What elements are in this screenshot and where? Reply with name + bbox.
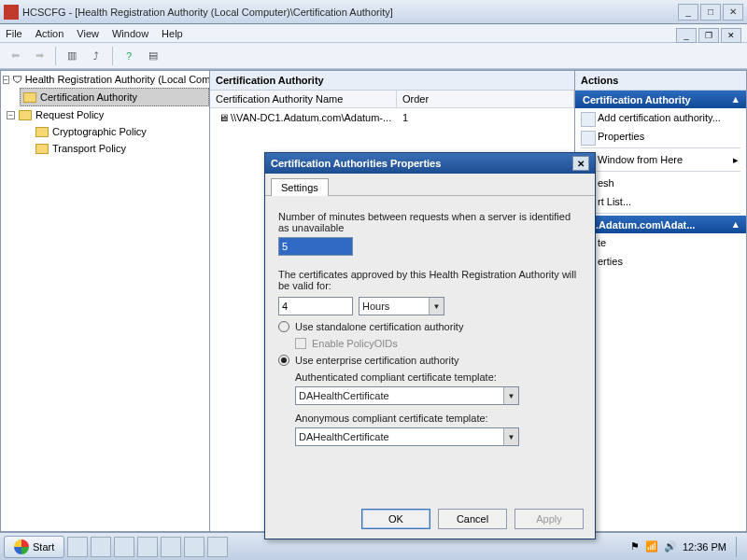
tray-network-icon[interactable]: 📶: [645, 540, 658, 553]
actions-section-ca: Certification Authority▴: [575, 91, 746, 108]
valid-for-label: The certificates approved by this Health…: [278, 269, 582, 291]
anon-template-select[interactable]: DAHealthCertificate ▼: [295, 427, 519, 446]
ca-server-icon: 🖥: [216, 110, 231, 125]
tray-volume-icon[interactable]: 🔊: [664, 540, 677, 553]
dialog-close-button[interactable]: ✕: [572, 156, 589, 171]
clock[interactable]: 12:36 PM: [683, 541, 726, 553]
list-heading: Certification Authority: [210, 71, 574, 91]
folder-icon: [35, 144, 49, 154]
apply-button[interactable]: Apply: [514, 509, 584, 529]
actions-pane: Actions Certification Authority▴ Add cer…: [574, 70, 747, 532]
taskbar-app-4[interactable]: [137, 537, 158, 557]
ok-button[interactable]: OK: [361, 509, 430, 529]
section-collapse-icon[interactable]: ▴: [733, 218, 739, 231]
tab-settings[interactable]: Settings: [271, 178, 329, 196]
action-add-ca[interactable]: Add certification authority...: [575, 108, 746, 127]
menu-view[interactable]: View: [77, 28, 99, 39]
tree-transport-policy[interactable]: Transport Policy: [52, 143, 126, 154]
taskbar-app-2[interactable]: [91, 537, 111, 557]
actions-heading: Actions: [575, 71, 746, 91]
auth-template-label: Authenticated compliant certificate temp…: [295, 371, 582, 383]
tree-root[interactable]: Health Registration Authority (Local Com…: [25, 74, 210, 85]
dropdown-arrow-icon[interactable]: ▼: [503, 387, 518, 404]
col-order[interactable]: Order: [397, 91, 574, 107]
action-delete[interactable]: te: [575, 233, 746, 252]
taskbar-app-1[interactable]: [67, 537, 88, 557]
dialog-titlebar[interactable]: Certification Authorities Properties ✕: [265, 153, 595, 174]
taskbar-app-6[interactable]: [184, 537, 204, 557]
auth-template-value: DAHealthCertificate: [299, 390, 389, 401]
actions-section-server: C1.Adatum.com\Adat...▴: [575, 216, 746, 233]
maximize-button[interactable]: □: [700, 4, 721, 21]
show-desktop-button[interactable]: [736, 537, 743, 557]
minimize-button[interactable]: _: [678, 4, 698, 21]
section-collapse-icon[interactable]: ▴: [733, 93, 739, 105]
dropdown-arrow-icon[interactable]: ▼: [503, 428, 518, 445]
menu-window[interactable]: Window: [112, 28, 148, 39]
export-list-button[interactable]: ⤴: [85, 46, 107, 66]
folder-icon: [19, 110, 32, 120]
forward-button[interactable]: ➡: [28, 46, 50, 66]
menu-help[interactable]: Help: [162, 28, 183, 39]
close-button[interactable]: ✕: [723, 4, 743, 21]
valid-unit-select[interactable]: Hours ▼: [359, 297, 444, 315]
folder-icon: [23, 92, 36, 103]
hra-icon: 🛡: [12, 72, 22, 87]
action-refresh[interactable]: esh: [575, 174, 746, 192]
help-button[interactable]: ?: [118, 46, 140, 66]
radio-standalone[interactable]: Use standalone certification authority: [278, 321, 582, 332]
tree-request-policy[interactable]: Request Policy: [35, 109, 104, 120]
taskbar-app-7[interactable]: [207, 537, 228, 557]
dialog-title: Certification Authorities Properties: [271, 158, 441, 169]
auth-template-select[interactable]: DAHealthCertificate ▼: [295, 386, 519, 405]
app-icon: [4, 5, 19, 20]
main-titlebar: HCSCFG - [Health Registration Authority …: [0, 0, 747, 24]
cell-ca-name: \\VAN-DC1.Adatum.com\Adatum-...: [231, 112, 402, 123]
radio-enterprise[interactable]: Use enterprise certification authority: [278, 355, 582, 366]
start-label: Start: [33, 541, 54, 553]
mdi-close-button[interactable]: ✕: [721, 28, 741, 43]
properties-button[interactable]: ▤: [142, 46, 164, 66]
ca-properties-dialog: Certification Authorities Properties ✕ S…: [264, 152, 596, 539]
radio-off-icon: [278, 321, 289, 332]
back-button[interactable]: ⬅: [4, 46, 26, 66]
menubar: File Action View Window Help _ ❐ ✕: [0, 24, 747, 43]
window-title: HCSCFG - [Health Registration Authority …: [22, 7, 678, 18]
cancel-button[interactable]: Cancel: [438, 509, 507, 529]
checkbox-icon: [295, 338, 306, 349]
action-new-window[interactable]: Window from Here: [575, 150, 746, 169]
windows-logo-icon: [14, 539, 29, 554]
dropdown-arrow-icon[interactable]: ▼: [429, 298, 444, 315]
radio-on-icon: [278, 355, 289, 366]
tray-icon[interactable]: ⚑: [630, 540, 640, 553]
menu-file[interactable]: File: [6, 28, 22, 39]
taskbar-app-5[interactable]: [161, 537, 181, 557]
anon-template-label: Anonymous compliant certificate template…: [295, 413, 582, 424]
taskbar-app-3[interactable]: [114, 537, 134, 557]
expander-icon[interactable]: −: [7, 111, 15, 119]
minutes-label: Number of minutes between requests when …: [278, 211, 582, 233]
action-export-list[interactable]: rt List...: [575, 192, 746, 211]
checkbox-policyoids: Enable PolicyOIDs: [295, 338, 582, 349]
folder-icon: [35, 127, 49, 137]
scope-tree[interactable]: − 🛡 Health Registration Authority (Local…: [0, 70, 210, 532]
start-button[interactable]: Start: [4, 536, 64, 558]
expander-icon[interactable]: −: [3, 76, 9, 84]
minutes-input[interactable]: [278, 237, 353, 256]
anon-template-value: DAHealthCertificate: [299, 431, 389, 442]
menu-action[interactable]: Action: [35, 28, 64, 39]
tree-cert-authority[interactable]: Certification Authority: [40, 91, 137, 103]
table-row[interactable]: 🖥 \\VAN-DC1.Adatum.com\Adatum-... 1: [210, 108, 574, 127]
cell-order: 1: [402, 112, 408, 123]
valid-unit-value: Hours: [362, 301, 389, 312]
action-item-properties[interactable]: erties: [575, 252, 746, 271]
show-hide-tree-button[interactable]: ▥: [61, 46, 83, 66]
mdi-restore-button[interactable]: ❐: [698, 28, 719, 43]
action-properties[interactable]: Properties: [575, 127, 746, 146]
mdi-minimize-button[interactable]: _: [676, 28, 697, 43]
valid-value-input[interactable]: [278, 297, 353, 315]
col-ca-name[interactable]: Certification Authority Name: [210, 91, 397, 107]
toolbar: ⬅ ➡ ▥ ⤴ ? ▤: [0, 43, 747, 69]
tree-crypto-policy[interactable]: Cryptographic Policy: [52, 126, 147, 137]
